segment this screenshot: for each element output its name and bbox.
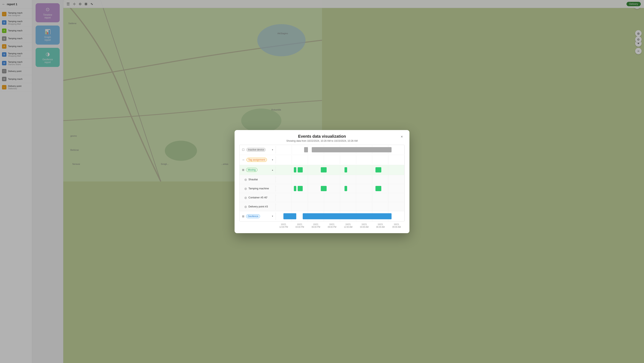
shauliai-label: ◎ Shauliai <box>240 176 276 182</box>
modal-header: Events data visualization Showing data f… <box>234 130 322 145</box>
inactive-device-chart <box>276 145 322 154</box>
modal-subtitle: Showing data from 10/22/2024, 10:28 AM t… <box>245 140 322 142</box>
events-visualization-modal: Events data visualization Showing data f… <box>234 130 322 182</box>
gl-s1 <box>276 175 292 182</box>
modal-body: ☐ Inactive device ▾ <box>234 145 322 182</box>
gl-t2 <box>292 155 308 164</box>
inactive-device-icon: ☐ <box>242 148 244 151</box>
tag-assignment-chart <box>276 155 322 164</box>
moving-icon: ⊞ <box>242 168 244 172</box>
inactive-device-label: ☐ Inactive device ▾ <box>240 146 276 153</box>
modal-title: Events data visualization <box>245 134 322 139</box>
grid-lines-tag <box>276 155 322 164</box>
tag-assignment-label: ↔ Tag assignment ▾ <box>240 156 276 164</box>
tag-assignment-arrow[interactable]: ▾ <box>272 158 273 161</box>
gl-s2 <box>292 175 308 182</box>
inactive-bar-1 <box>304 147 308 152</box>
chart-container: ☐ Inactive device ▾ <box>240 145 322 182</box>
gl-t1 <box>276 155 292 164</box>
inactive-device-row: ☐ Inactive device ▾ <box>240 145 322 155</box>
gl-t3 <box>308 155 322 164</box>
moving-bar-2 <box>298 167 303 172</box>
moving-row: ⊞ Moving ▴ <box>240 165 322 175</box>
modal-title-block: Events data visualization Showing data f… <box>245 134 322 142</box>
modal-overlay[interactable]: Events data visualization Showing data f… <box>0 0 322 182</box>
moving-tag: Moving <box>246 168 258 172</box>
inactive-device-tag: Inactive device <box>246 148 266 152</box>
shauliai-icon: ◎ <box>244 178 247 181</box>
moving-bar-3 <box>321 167 322 172</box>
inactive-device-arrow[interactable]: ▾ <box>272 148 273 151</box>
moving-bar-1 <box>294 167 296 172</box>
moving-chart <box>276 166 322 174</box>
moving-label: ⊞ Moving ▴ <box>240 166 276 174</box>
shauliai-text: Shauliai <box>248 178 258 181</box>
gl-m3 <box>308 166 322 174</box>
gl1 <box>276 145 292 154</box>
tag-assignment-row: ↔ Tag assignment ▾ <box>240 155 322 165</box>
gl-m1 <box>276 166 292 174</box>
shauliai-row: ◎ Shauliai <box>240 175 322 182</box>
inactive-bar-2 <box>312 147 322 152</box>
moving-arrow[interactable]: ▴ <box>272 169 273 171</box>
tag-assignment-tag: Tag assignment <box>246 158 267 162</box>
shauliai-chart <box>276 175 322 182</box>
grid-lines-shauliai <box>276 175 322 182</box>
gl-s3 <box>308 175 322 182</box>
tag-assignment-icon: ↔ <box>242 158 245 162</box>
